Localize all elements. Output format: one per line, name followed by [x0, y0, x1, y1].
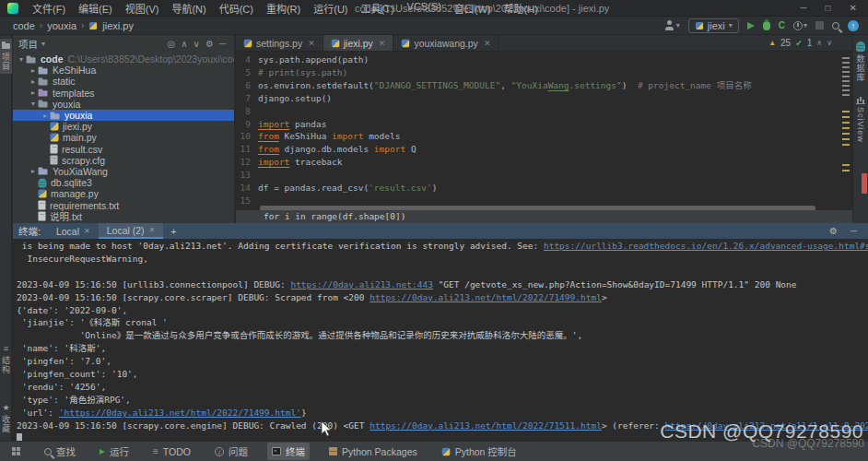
console-link[interactable]: https://0day.ali213.net/all/1-all-0-2022…	[665, 420, 868, 431]
tool-window-structure-button[interactable]: ≡ 结构	[0, 345, 12, 374]
statusbar-item-终端[interactable]: >终端	[267, 443, 310, 460]
tree-item-templates[interactable]: ▸templates	[13, 88, 234, 99]
tree-item-youxia[interactable]: ▸youxia	[13, 110, 234, 121]
tree-item-main.py[interactable]: main.py	[13, 132, 234, 143]
code-token: from	[258, 144, 279, 154]
console-link[interactable]: https://0day.ali213.net/html/2022/71499.…	[369, 292, 602, 302]
locate-icon[interactable]: ◎	[165, 39, 179, 49]
tool-window-SciView-button[interactable]: SciView	[853, 89, 868, 149]
menu-item[interactable]: 代码(C)	[213, 1, 260, 16]
run-button[interactable]	[747, 22, 755, 30]
stop-button[interactable]	[815, 21, 824, 30]
chevron-right-icon[interactable]: ▸	[29, 66, 38, 75]
statusbar-item-Python 控制台[interactable]: Python 控制台	[437, 443, 522, 460]
menu-item[interactable]: 编辑(E)	[72, 1, 119, 16]
breadcrumb-item[interactable]: jiexi.py	[102, 20, 134, 31]
close-icon[interactable]: ✕	[308, 39, 315, 48]
maximize-button[interactable]: □	[826, 3, 831, 13]
menu-item[interactable]: 重构(R)	[260, 1, 307, 16]
chevron-right-icon[interactable]: ▸	[29, 167, 38, 175]
tree-item-db.sqlite3[interactable]: db.sqlite3	[13, 177, 234, 188]
terminal-tab-Local[interactable]: Local✕	[48, 223, 99, 239]
prev-problem-button[interactable]: ∧	[816, 39, 822, 47]
minus-icon[interactable]: ─	[217, 39, 229, 49]
chevron-right-icon[interactable]: ▸	[41, 112, 50, 120]
close-icon[interactable]: ✕	[379, 39, 386, 48]
statusbar-item-label: Python Packages	[342, 446, 417, 457]
tree-item-说明.txt[interactable]: 说明.txt	[13, 211, 234, 222]
console-link[interactable]: 'https://0day.ali213.net/html/2022/71499…	[59, 408, 301, 418]
tree-item-result.csv[interactable]: result.csv	[13, 144, 234, 155]
breadcrumb-item[interactable]: code	[13, 20, 35, 31]
minimize-button[interactable]: ─	[800, 3, 806, 13]
menu-item[interactable]: 视图(V)	[119, 1, 166, 16]
console-text: > (referer:	[602, 420, 665, 431]
chevron-right-icon[interactable]: ▸	[29, 77, 38, 86]
editor-tab-jiexi.py[interactable]: jiexi.py✕	[323, 35, 394, 51]
statusbar-item-运行[interactable]: 运行	[95, 443, 134, 460]
terminal-tab-Local (2)[interactable]: Local (2)✕	[99, 223, 164, 239]
tree-item-YouXiaWang[interactable]: ▸YouXiaWang	[13, 166, 234, 177]
tool-window-数据库-button[interactable]: 数据库	[853, 35, 868, 89]
tool-windows-button[interactable]	[7, 445, 25, 457]
gear-icon[interactable]: ⚙	[203, 39, 217, 49]
statusbar-item-问题[interactable]: i问题	[210, 443, 252, 460]
close-button[interactable]: ✕	[850, 3, 857, 13]
tree-item-static[interactable]: ▸static	[13, 76, 234, 87]
chevron-down-icon[interactable]: ▾	[41, 40, 45, 48]
chevron-down-icon[interactable]: ▾	[29, 100, 38, 108]
breadcrumb-item[interactable]: youxia	[47, 20, 76, 31]
tree-item-label: main.py	[63, 132, 97, 143]
chevron-down-icon[interactable]: ▾	[17, 55, 26, 64]
menu-item[interactable]: 运行(U)	[307, 1, 354, 16]
terminal-settings-gear-icon[interactable]: ⚙	[829, 226, 838, 236]
collapse-icon[interactable]: ∧	[178, 39, 190, 49]
statusbar-item-Python Packages[interactable]: Python Packages	[324, 444, 422, 459]
terminal-minimize-icon[interactable]: ─	[850, 226, 857, 236]
error-stripe-mark	[842, 85, 850, 87]
console-link[interactable]: https://0day.ali213.net:443	[290, 279, 432, 290]
tree-item-label: templates	[53, 88, 95, 99]
close-icon[interactable]: ✕	[484, 39, 491, 48]
menu-item[interactable]: 导航(N)	[165, 1, 212, 16]
breadcrumb: code›youxia›jiexi.py	[0, 20, 134, 31]
tree-item-code[interactable]: ▾codeC:\Users\83852\Desktop\2023youxi\co…	[13, 53, 234, 65]
code-line: 8	[236, 105, 839, 118]
tree-item-KeShiHua[interactable]: ▸KeShiHua	[13, 65, 234, 76]
terminal-console[interactable]: is being made to host '0day.ali213.net'.…	[17, 240, 868, 445]
close-icon[interactable]: ✕	[149, 226, 156, 234]
next-problem-button[interactable]: ∨	[827, 39, 832, 47]
console-link[interactable]: https://urllib3.readthedocs.io/en/1.26.x…	[544, 241, 868, 251]
editor-tab-settings.py[interactable]: settings.py✕	[236, 35, 323, 51]
statusbar-item-查找[interactable]: 查找	[40, 443, 80, 460]
debug-button[interactable]	[763, 21, 770, 30]
tree-item-manage.py[interactable]: manage.py	[13, 188, 234, 199]
tree-item-jiexi.py[interactable]: jiexi.py	[13, 121, 234, 132]
tool-window-project-button[interactable]: 项目	[0, 39, 12, 74]
coverage-button[interactable]: C	[779, 21, 785, 30]
search-everywhere-button[interactable]	[832, 22, 839, 30]
tree-item-scrapy.cfg[interactable]: scrapy.cfg	[13, 155, 234, 166]
menu-item[interactable]: 文件(F)	[26, 1, 72, 16]
profiler-button[interactable]: ▾	[793, 21, 807, 30]
user-menu[interactable]: ▾	[664, 20, 680, 30]
tool-window-favorites-button[interactable]: ★ 收藏	[0, 404, 12, 433]
inspection-widget[interactable]: ▲ 25 ✔ 1 ∧ ∨	[768, 38, 832, 48]
code-view[interactable]: 4sys.path.append(path)5# print(sys.path)…	[236, 53, 839, 220]
error-stripe[interactable]	[841, 53, 850, 208]
expand-icon[interactable]: ∨	[191, 39, 203, 49]
console-link[interactable]: https://0day.ali213.net/html/2022/71511.…	[369, 420, 602, 431]
new-terminal-tab-button[interactable]: +	[163, 226, 183, 237]
close-icon[interactable]: ✕	[84, 227, 90, 235]
line-number: 5	[236, 66, 258, 79]
error-stripe-mark	[842, 116, 850, 118]
editor-tab-youxiawang.py[interactable]: youxiawang.py✕	[393, 35, 499, 51]
update-notification-icon[interactable]: ↑	[848, 20, 859, 31]
chevron-right-icon[interactable]: ▸	[29, 89, 38, 97]
run-configuration-name: jiexi	[708, 20, 725, 31]
tree-item-youxia[interactable]: ▾youxia	[13, 99, 234, 110]
statusbar-item-TODO[interactable]: ≡TODO	[148, 444, 195, 459]
error-stripe-mark	[862, 173, 867, 194]
run-configuration-select[interactable]: jiexi ▾	[688, 18, 739, 33]
tree-item-requirements.txt[interactable]: requirements.txt	[13, 199, 234, 210]
